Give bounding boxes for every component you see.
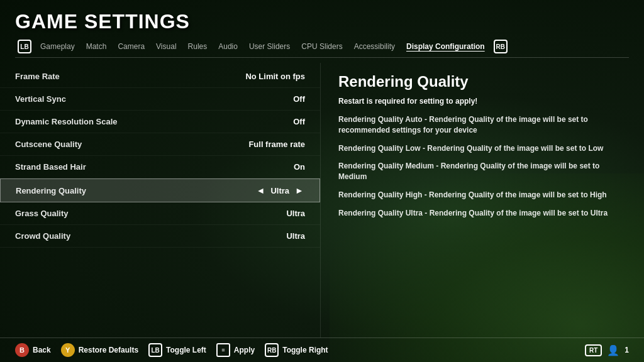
player-icon: 👤 bbox=[607, 344, 619, 356]
footer-badge-rb: RB bbox=[265, 343, 279, 357]
setting-value-wrapper: Ultra bbox=[286, 231, 305, 241]
restart-warning: Restart is required for setting to apply… bbox=[338, 97, 626, 106]
setting-label: Cutscene Quality bbox=[15, 140, 248, 149]
description-item-1: Rendering Quality Low - Rendering Qualit… bbox=[338, 143, 626, 154]
setting-row-grass-quality[interactable]: Grass QualityUltra bbox=[0, 202, 320, 225]
nav-tab-display-configuration[interactable]: Display Configuration bbox=[401, 41, 490, 52]
lb-badge-nav[interactable]: LB bbox=[18, 40, 31, 53]
description-item-4: Rendering Quality Ultra - Rendering Qual… bbox=[338, 208, 626, 219]
footer-action-label: Restore Defaults bbox=[79, 346, 138, 354]
setting-value-wrapper: Off bbox=[293, 117, 305, 126]
nav-tab-audio[interactable]: Audio bbox=[213, 41, 243, 52]
settings-list: Frame RateNo Limit on fpsVertical SyncOf… bbox=[0, 63, 321, 337]
setting-row-strand-based-hair[interactable]: Strand Based HairOn bbox=[0, 156, 320, 178]
setting-value: Off bbox=[293, 117, 305, 126]
setting-value-wrapper: No Limit on fps bbox=[245, 72, 305, 81]
setting-value-wrapper: ◄Ultra► bbox=[255, 185, 304, 195]
nav-tab-gameplay[interactable]: Gameplay bbox=[35, 41, 80, 52]
setting-label: Frame Rate bbox=[15, 72, 245, 81]
description-item-2: Rendering Quality Medium - Rendering Qua… bbox=[338, 161, 626, 182]
arrow-right-icon[interactable]: ► bbox=[294, 185, 304, 195]
footer-action-apply[interactable]: ≡Apply bbox=[216, 343, 255, 357]
nav-tab-match[interactable]: Match bbox=[81, 41, 112, 52]
setting-row-cutscene-quality[interactable]: Cutscene QualityFull frame rate bbox=[0, 133, 320, 156]
nav-tab-camera[interactable]: Camera bbox=[113, 41, 150, 52]
setting-value: Ultra bbox=[270, 186, 289, 195]
footer-action-label: Apply bbox=[234, 346, 255, 354]
setting-label: Dynamic Resolution Scale bbox=[15, 117, 293, 126]
setting-label: Crowd Quality bbox=[15, 231, 286, 241]
setting-value: On bbox=[294, 162, 305, 172]
rb-badge-nav[interactable]: RB bbox=[494, 40, 508, 53]
arrow-left-icon[interactable]: ◄ bbox=[255, 185, 265, 195]
footer-badge-≡: ≡ bbox=[216, 343, 230, 357]
description-title: Rendering Quality bbox=[338, 73, 626, 90]
footer-action-back[interactable]: BBack bbox=[15, 343, 51, 357]
setting-value-wrapper: Ultra bbox=[286, 209, 305, 218]
setting-value-wrapper: Off bbox=[293, 94, 305, 104]
footer-badge-b: B bbox=[15, 343, 29, 357]
page-content: Game Settings LB GameplayMatchCameraVisu… bbox=[0, 0, 644, 362]
footer-right: RT👤1 bbox=[585, 344, 629, 356]
description-item-3: Rendering Quality High - Rendering Quali… bbox=[338, 190, 626, 200]
setting-row-vertical-sync[interactable]: Vertical SyncOff bbox=[0, 88, 320, 111]
setting-label: Strand Based Hair bbox=[15, 162, 294, 172]
nav-tab-user-sliders[interactable]: User Sliders bbox=[244, 41, 295, 52]
nav-tab-cpu-sliders[interactable]: CPU Sliders bbox=[296, 41, 347, 52]
nav-tabs: LB GameplayMatchCameraVisualRulesAudioUs… bbox=[15, 40, 629, 58]
setting-value: Off bbox=[293, 94, 305, 104]
footer: BBackYRestore DefaultsLBToggle Left≡Appl… bbox=[0, 337, 644, 362]
nav-tab-accessibility[interactable]: Accessibility bbox=[349, 41, 400, 52]
setting-value: Ultra bbox=[286, 209, 305, 218]
player-count: 1 bbox=[625, 346, 629, 354]
setting-value: Full frame rate bbox=[248, 140, 305, 149]
header: Game Settings LB GameplayMatchCameraVisu… bbox=[0, 0, 644, 58]
footer-action-restore-defaults[interactable]: YRestore Defaults bbox=[61, 343, 138, 357]
page-title: Game Settings bbox=[15, 10, 629, 33]
footer-action-label: Back bbox=[33, 346, 51, 354]
setting-value: Ultra bbox=[286, 231, 305, 241]
main-area: Frame RateNo Limit on fpsVertical SyncOf… bbox=[0, 58, 644, 337]
setting-row-crowd-quality[interactable]: Crowd QualityUltra bbox=[0, 225, 320, 248]
setting-row-dynamic-resolution-scale[interactable]: Dynamic Resolution ScaleOff bbox=[0, 111, 320, 133]
nav-tab-visual[interactable]: Visual bbox=[151, 41, 181, 52]
footer-action-toggle-right[interactable]: RBToggle Right bbox=[265, 343, 328, 357]
setting-row-frame-rate[interactable]: Frame RateNo Limit on fps bbox=[0, 65, 320, 88]
footer-action-label: Toggle Right bbox=[282, 346, 328, 354]
description-panel: Rendering Quality Restart is required fo… bbox=[321, 63, 644, 337]
setting-value-wrapper: Full frame rate bbox=[248, 140, 305, 149]
setting-value: No Limit on fps bbox=[245, 72, 305, 81]
footer-badge-y: Y bbox=[61, 343, 75, 357]
nav-tab-rules[interactable]: Rules bbox=[183, 41, 213, 52]
setting-label: Rendering Quality bbox=[16, 186, 255, 195]
rt-badge: RT bbox=[585, 344, 602, 356]
footer-badge-lb: LB bbox=[148, 343, 162, 357]
setting-label: Vertical Sync bbox=[15, 94, 293, 104]
setting-label: Grass Quality bbox=[15, 209, 286, 218]
setting-value-wrapper: On bbox=[294, 162, 305, 172]
footer-action-label: Toggle Left bbox=[166, 346, 206, 354]
footer-action-toggle-left[interactable]: LBToggle Left bbox=[148, 343, 206, 357]
setting-row-rendering-quality[interactable]: Rendering Quality◄Ultra► bbox=[0, 178, 320, 202]
description-item-0: Rendering Quality Auto - Rendering Quali… bbox=[338, 114, 626, 136]
